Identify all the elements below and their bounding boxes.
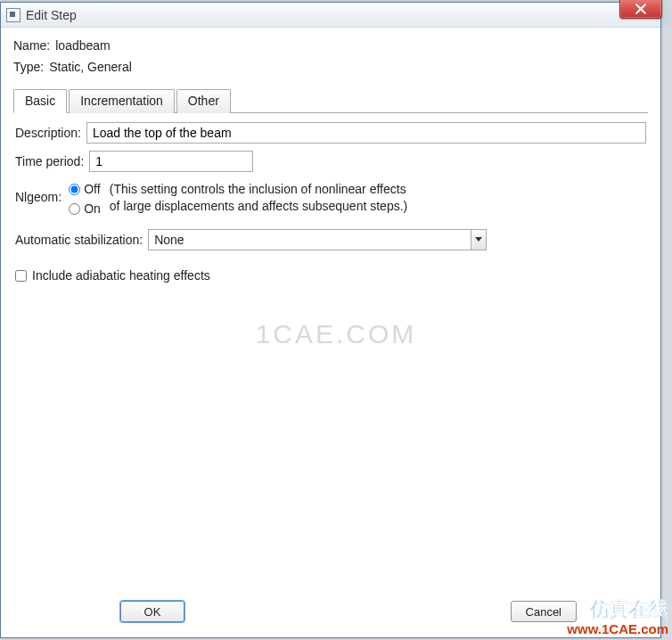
nlgeom-help-line1: (This setting controls the inclusion of … [110,181,407,198]
nlgeom-help-line2: of large displacements and affects subse… [110,198,407,215]
nlgeom-on-label: On [84,201,101,216]
nlgeom-on-option[interactable]: On [69,199,101,218]
automatic-stabilization-select[interactable]: None [148,229,487,250]
description-row: Description: [15,122,646,144]
titlebar[interactable]: Edit Step [1,3,660,28]
nlgeom-radio-group: Off On [69,179,101,218]
nlgeom-off-label: Off [84,182,100,196]
automatic-stabilization-value: None [149,233,471,247]
adiabatic-label: Include adiabatic heating effects [32,268,210,283]
nlgeom-label: Nlgeom: [15,179,61,204]
tab-bar: Basic Incrementation Other [13,88,648,113]
edit-step-dialog: Edit Step Name: loadbeam Type: Static, G… [0,2,661,638]
name-label: Name: [13,38,50,53]
cancel-button[interactable]: Cancel [511,601,577,622]
nlgeom-off-option[interactable]: Off [69,179,101,199]
tab-panel-basic: Description: Time period: Nlgeom: Off On [13,113,648,593]
description-label: Description: [15,126,81,140]
time-period-input[interactable] [89,151,253,172]
tab-basic[interactable]: Basic [13,89,67,113]
nlgeom-off-radio[interactable] [69,184,80,195]
name-value: loadbeam [55,38,111,53]
description-input[interactable] [86,122,646,144]
name-row: Name: loadbeam [13,38,648,53]
tab-other[interactable]: Other [176,89,231,113]
adiabatic-row[interactable]: Include adiabatic heating effects [15,268,646,283]
dialog-footer: OK Cancel [13,593,648,630]
time-period-label: Time period: [15,154,84,168]
close-icon [635,4,646,14]
time-period-row: Time period: [15,151,646,172]
type-row: Type: Static, General [13,60,648,74]
type-value: Static, General [49,60,132,74]
nlgeom-row: Nlgeom: Off On (This setting controls th… [15,179,646,218]
window-title: Edit Step [26,8,77,22]
dialog-content: Name: loadbeam Type: Static, General Bas… [1,28,660,637]
nlgeom-help: (This setting controls the inclusion of … [110,179,407,215]
automatic-stabilization-row: Automatic stabilization: None [15,229,646,250]
nlgeom-on-radio[interactable] [69,203,80,215]
close-button[interactable] [619,0,662,19]
dropdown-button[interactable] [471,230,486,250]
type-label: Type: [13,60,44,74]
ok-button[interactable]: OK [120,601,184,622]
adiabatic-checkbox[interactable] [15,270,27,282]
chevron-down-icon [475,237,482,242]
app-icon [6,8,20,22]
automatic-stabilization-label: Automatic stabilization: [15,233,143,247]
tab-incrementation[interactable]: Incrementation [69,89,175,113]
